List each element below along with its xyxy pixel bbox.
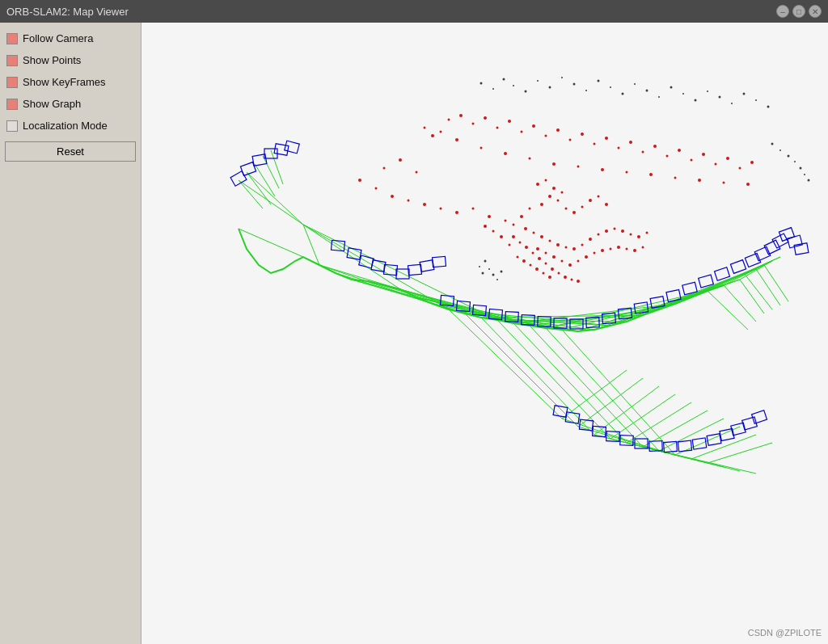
svg-point-249 [571,279,573,281]
svg-point-269 [573,83,576,86]
maximize-button[interactable]: □ [792,5,805,18]
svg-point-172 [545,252,547,255]
svg-point-159 [556,243,560,246]
svg-point-191 [521,131,523,133]
svg-point-176 [577,260,580,263]
svg-point-160 [565,246,568,249]
svg-point-296 [496,279,498,280]
svg-point-246 [551,267,554,271]
svg-point-298 [479,266,480,267]
svg-point-271 [598,80,600,82]
svg-point-256 [548,276,551,279]
svg-point-262 [492,88,494,90]
svg-point-235 [440,208,442,210]
checkbox-row-show-points[interactable]: Show Points [5,51,136,69]
svg-point-158 [549,240,551,242]
svg-point-149 [589,199,592,202]
svg-point-259 [492,230,495,233]
svg-point-283 [743,93,746,95]
svg-point-168 [630,234,632,236]
svg-point-230 [358,179,361,182]
svg-point-185 [448,119,450,121]
svg-point-229 [416,171,418,174]
svg-point-284 [755,99,757,101]
svg-point-268 [561,77,563,78]
svg-point-190 [508,120,511,123]
svg-point-177 [585,255,588,259]
svg-point-257 [509,244,511,246]
svg-point-210 [750,161,754,164]
svg-point-180 [610,248,612,250]
svg-point-182 [626,248,628,250]
svg-point-231 [375,187,378,190]
app-title: ORB-SLAM2: Map Viewer [6,6,129,18]
close-button[interactable]: ✕ [809,5,822,18]
checkbox-row-show-keyframes[interactable]: Show KeyFrames [5,73,136,91]
svg-point-194 [556,128,560,132]
svg-point-237 [472,208,475,210]
svg-point-218 [552,162,556,166]
svg-point-255 [543,272,545,275]
svg-point-295 [492,274,495,276]
svg-point-221 [626,171,628,174]
checkbox-row-localization-mode[interactable]: Localization Mode [5,116,136,135]
svg-point-199 [618,147,620,149]
checkbox-label-follow-camera: Follow Camera [23,32,93,44]
svg-point-273 [622,93,624,95]
svg-point-236 [455,211,458,214]
svg-point-145 [540,203,543,206]
svg-point-204 [678,149,681,152]
svg-point-278 [682,93,684,95]
reset-button[interactable]: Reset [5,141,136,162]
svg-point-156 [533,232,535,234]
svg-point-279 [695,99,697,102]
svg-point-205 [691,159,693,162]
svg-point-216 [504,152,507,155]
map-canvas [142,23,828,644]
svg-point-173 [552,255,556,259]
svg-point-297 [501,271,503,273]
svg-point-270 [585,90,587,91]
svg-point-214 [455,138,458,141]
svg-point-222 [649,173,653,176]
svg-point-200 [629,141,632,144]
svg-point-162 [581,244,584,246]
svg-point-139 [536,183,539,186]
svg-point-299 [482,272,484,275]
checkbox-row-follow-camera[interactable]: Follow Camera [5,29,136,48]
svg-point-150 [598,196,600,198]
svg-point-178 [594,252,596,255]
svg-point-189 [496,127,499,129]
checkbox-indicator-localization-mode [6,120,18,132]
svg-point-224 [698,179,701,182]
svg-point-169 [637,235,640,238]
svg-point-251 [517,256,519,259]
svg-point-291 [804,174,805,175]
svg-point-192 [532,124,535,128]
svg-point-154 [513,224,515,226]
svg-point-232 [391,195,394,198]
svg-point-147 [572,211,576,214]
svg-point-174 [561,260,564,263]
main-layout: Follow CameraShow PointsShow KeyFramesSh… [0,23,828,644]
svg-point-170 [646,232,648,234]
checkbox-row-show-graph[interactable]: Show Graph [5,95,136,113]
svg-point-288 [788,155,790,158]
svg-point-201 [642,151,644,154]
checkbox-label-show-keyframes: Show KeyFrames [23,76,106,88]
window-controls: – □ ✕ [776,5,822,18]
svg-point-207 [715,163,717,166]
svg-point-280 [707,90,708,92]
svg-point-166 [614,228,616,230]
svg-point-265 [525,90,527,93]
svg-point-245 [545,263,547,265]
svg-point-212 [431,134,434,137]
svg-point-264 [513,85,514,86]
svg-point-248 [564,276,567,279]
svg-point-140 [545,179,547,182]
svg-point-281 [719,96,721,99]
minimize-button[interactable]: – [776,5,789,18]
svg-point-202 [653,145,657,148]
svg-point-203 [666,155,669,158]
svg-point-171 [536,247,539,250]
